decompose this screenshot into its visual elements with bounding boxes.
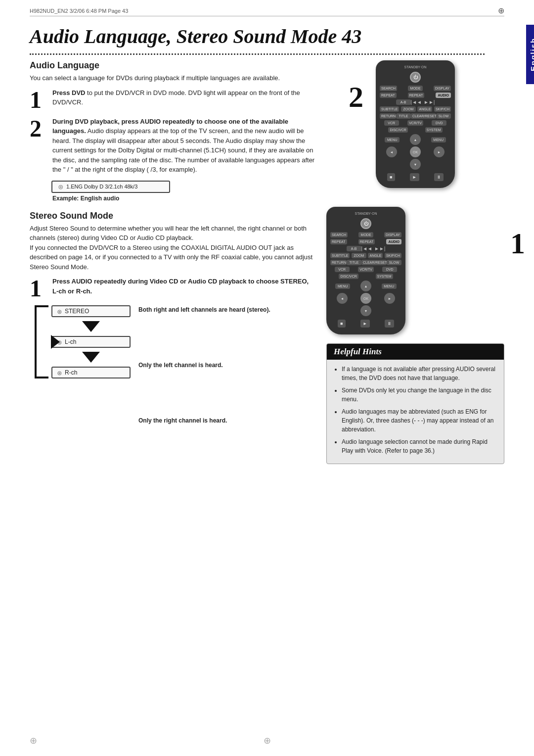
system-btn-2[interactable]: SYSTEM (376, 274, 393, 279)
menu-btn-right-2[interactable]: MENU (382, 284, 397, 289)
up-btn-2[interactable]: ▲ (360, 281, 371, 291)
power-button[interactable]: ⏻ (410, 72, 421, 83)
dvd-btn-2[interactable]: DVD (382, 267, 397, 272)
pause-btn-2[interactable]: ⏸ (385, 320, 394, 328)
vcr-btn-2[interactable]: VCR (335, 267, 350, 272)
right-column: 2 STANDBY·ON ⏻ SEARCH MODE DISPLAY REPEA… (316, 60, 504, 736)
vcr-tv-btn-2[interactable]: VCR/TV (358, 267, 374, 272)
left-btn-2[interactable]: ◄ (337, 293, 348, 304)
play-btn-1[interactable]: ► (410, 173, 419, 181)
mode-btn[interactable]: MODE (408, 86, 423, 91)
title-btn-2[interactable]: TITLE (347, 260, 361, 265)
step-badge-1: 1 (510, 227, 525, 261)
bottom-crosshair-left: ⊕ (30, 735, 37, 746)
menu-btn-left-2[interactable]: MENU (335, 284, 350, 289)
mode-btn-2[interactable]: MODE (358, 232, 373, 237)
system-btn[interactable]: SYSTEM (425, 127, 443, 133)
prev-btn-2[interactable]: |◄◄ (361, 246, 372, 251)
arrow-down-1 (51, 321, 131, 332)
repeat-btn-4[interactable]: REPEAT (358, 239, 375, 244)
step-1-audio: 1 Press DVD to put the DVD/VCR in DVD mo… (30, 88, 316, 112)
play-btn-2[interactable]: ► (360, 320, 370, 328)
disc-vcr-btn-2[interactable]: DISC/VCR (339, 274, 358, 279)
power-button-2[interactable]: ⏻ (360, 218, 371, 229)
repeat-btn-3[interactable]: REPEAT (330, 239, 347, 244)
down-arrow-2 (82, 352, 100, 363)
bottom-crosshair: ⊕ (264, 735, 271, 746)
clear-reset-btn-2[interactable]: CLEAR/RESET (361, 260, 387, 265)
ab-btn[interactable]: A-B (396, 99, 411, 105)
skip-ch-btn-2[interactable]: SKIP/CH (385, 253, 401, 258)
header-meta: H982NUD_EN2 3/2/06 6:48 PM Page 43 (30, 8, 128, 14)
ab-btn-2[interactable]: A-B (347, 246, 361, 251)
disc-vcr-btn[interactable]: DISC/VCR (388, 127, 407, 133)
lch-box: ◎ L-ch (51, 336, 131, 348)
up-btn-1[interactable]: ▲ (410, 134, 421, 145)
audio-btn-1[interactable]: AUDIO (436, 93, 451, 98)
return-btn[interactable]: RETURN (380, 113, 396, 119)
hints-header: Helpful Hints (327, 344, 504, 360)
display-btn-2[interactable]: DISPLAY (384, 232, 401, 237)
rch-label: R-ch (65, 369, 77, 376)
angle-btn[interactable]: ANGLE (417, 106, 432, 112)
step-2-content: During DVD playback, press AUDIO repeate… (52, 117, 316, 175)
audio-btn-2[interactable]: AUDIO (386, 239, 401, 244)
zoom-btn-2[interactable]: ZOOM (352, 253, 366, 258)
hint-item-3: Audio languages may be abbreviated (such… (342, 407, 497, 434)
transport-btns-2: |◄◄ ►►| (361, 246, 386, 251)
remote-row-disc: DISC/VCR SYSTEM (380, 127, 451, 133)
ok-btn-1[interactable]: OK (410, 146, 421, 157)
next-btn-1[interactable]: ►►| (424, 99, 435, 105)
search-btn-2[interactable]: SEARCH (330, 232, 348, 237)
display-example-box: ◎ 1.ENG Dolby D 3/2.1ch 48k/3 (51, 181, 170, 193)
slow-btn[interactable]: SLOW (436, 113, 451, 119)
subtitle-btn-2[interactable]: SUBTITLE (330, 253, 350, 258)
remote-control-1: STANDBY·ON ⏻ SEARCH MODE DISPLAY REPEAT … (376, 60, 455, 188)
search-btn[interactable]: SEARCH (380, 86, 397, 91)
down-btn-2[interactable]: ▼ (360, 305, 371, 316)
rch-box: ◎ R-ch (51, 367, 131, 378)
stereo-label-1: STEREO (65, 308, 89, 315)
repeat-btn-2[interactable]: REPEAT (408, 93, 425, 98)
left-btn-1[interactable]: ◄ (386, 146, 397, 157)
subtitle-btn[interactable]: SUBTITLE (380, 106, 399, 112)
stop-btn-1[interactable]: ■ (387, 173, 395, 181)
stop-btn-2[interactable]: ■ (338, 320, 345, 328)
angle-btn-2[interactable]: ANGLE (368, 253, 383, 258)
display-btn[interactable]: DISPLAY (434, 86, 451, 91)
menu-btn-left[interactable]: MENU (385, 137, 400, 142)
repeat-btn-1[interactable]: REPEAT (380, 93, 397, 98)
power-btn-row: ⏻ (410, 72, 421, 83)
rch-display-row: ◎ R-ch (51, 367, 131, 378)
stereo-icon-1: ◎ (57, 309, 62, 314)
right-btn-2[interactable]: ► (384, 293, 395, 304)
down-btn-1[interactable]: ▼ (410, 159, 421, 170)
slow-btn-2[interactable]: SLOW (387, 260, 401, 265)
clear-reset-btn[interactable]: CLEAR/RESET (411, 113, 436, 119)
stereo-sound-section: Stereo Sound Mode Adjust Stereo Sound to… (30, 211, 316, 425)
right-btn-1[interactable]: ► (434, 146, 445, 157)
stereo-box: ◎ STEREO (51, 305, 131, 317)
ok-btn-2[interactable]: OK (360, 293, 371, 304)
zoom-btn[interactable]: ZOOM (401, 106, 416, 112)
next-btn-2[interactable]: ►►| (374, 246, 385, 251)
bracket-left (35, 305, 48, 378)
remote-row-ok: ◄ OK ► (380, 146, 451, 157)
prev-btn-1[interactable]: |◄◄ (411, 99, 422, 105)
remote-row-ok-2: ◄ OK ► (330, 293, 401, 304)
return-btn-2[interactable]: RETURN (330, 260, 347, 265)
pause-btn-1[interactable]: ⏸ (434, 173, 444, 181)
hint-item-4: Audio language selection cannot be made … (342, 437, 497, 455)
stereo-step-1-content: Press AUDIO repeatedly during Video CD o… (52, 277, 316, 300)
step-1-text: to put the DVD/VCR in DVD mode. DVD ligh… (52, 89, 300, 106)
menu-btn-right[interactable]: MENU (431, 137, 446, 142)
header-bar: H982NUD_EN2 3/2/06 6:48 PM Page 43 ⊕ (30, 6, 504, 15)
vcr-tv-btn[interactable]: VCR/TV (407, 120, 423, 126)
remote-row-down-2: ▼ (330, 305, 401, 316)
vcr-btn[interactable]: VCR (384, 120, 399, 126)
dvd-btn-1[interactable]: DVD (432, 120, 446, 126)
standby-label-2: STANDBY·ON (355, 212, 377, 215)
title-btn[interactable]: TITLE (396, 113, 411, 119)
skip-ch-btn[interactable]: SKIP/CH (434, 106, 451, 112)
remote-row-ab: A-B |◄◄ ►►| (380, 99, 451, 105)
